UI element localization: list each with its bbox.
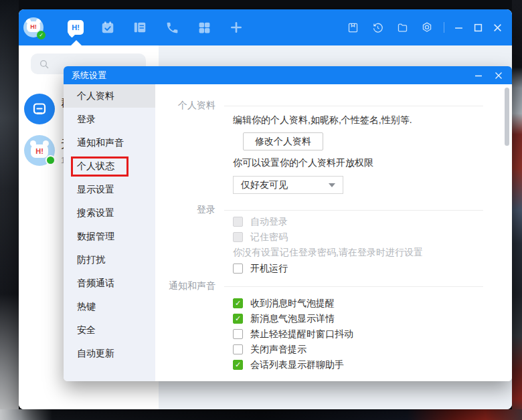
chevron-down-icon [329, 183, 335, 187]
desktop-background-left [0, 0, 19, 420]
message-icon [31, 101, 48, 117]
dialog-close-button[interactable] [493, 70, 504, 81]
desktop-background-bottom [0, 409, 522, 420]
settings-gear-icon[interactable] [419, 19, 435, 35]
checkbox-row[interactable]: 记住密码 [233, 231, 483, 243]
startup-checkbox: 开机运行 [233, 263, 483, 274]
login-note-text: 你没有设置记住登录密码,请在登录时进行设置 [233, 247, 483, 259]
checkbox-label: 收到消息时气泡提醒 [250, 298, 335, 310]
dialog-nav-item[interactable]: 安全 [64, 318, 155, 342]
dialog-nav-item-label: 自动更新 [77, 348, 114, 360]
checkbox-label: 自动登录 [250, 216, 288, 228]
main-titlebar: H! ✓ H! [19, 9, 512, 45]
checkbox-label: 记住密码 [250, 231, 288, 243]
dialog-nav-item[interactable]: 自动更新 [64, 342, 155, 365]
checkbox-row[interactable]: ✓会话列表显示群聊助手 [233, 359, 483, 371]
section-notifications-body: ✓收到消息时气泡提醒✓新消息气泡显示详情禁止轻轻提醒时窗口抖动关闭声音提示✓会话… [224, 286, 483, 375]
dialog-body: 个人资料登录通知和声音个人状态显示设置搜索设置数据管理防打扰音频通话热键安全自动… [64, 84, 512, 381]
minimize-button[interactable] [453, 22, 464, 33]
dialog-nav-item[interactable]: 搜索设置 [64, 201, 155, 225]
profile-desc-text: 编辑你的个人资料,如昵称,个性签名,性别等. [233, 114, 483, 126]
search-icon [39, 59, 50, 70]
dialog-nav: 个人资料登录通知和声音个人状态显示设置搜索设置数据管理防打扰音频通话热键安全自动… [64, 84, 155, 381]
phone-icon[interactable] [164, 19, 180, 35]
dialog-content: 个人资料 编辑你的个人资料,如昵称,个性签名,性别等. 修改个人资料 你可以设置… [155, 84, 512, 381]
dialog-nav-item-label: 热键 [77, 301, 96, 313]
bear-avatar-label: H! [31, 144, 48, 158]
active-tab-pointer [71, 40, 82, 45]
section-login: 登录 自动登录记住密码 你没有设置记住登录密码,请在登录时进行设置 开机运行 [155, 210, 512, 286]
checkbox-row[interactable]: 关闭声音提示 [233, 344, 483, 355]
dialog-nav-item-label: 音频通话 [77, 278, 114, 290]
dialog-nav-item-label: 搜索设置 [77, 207, 114, 219]
dialog-nav-item-label: 登录 [77, 114, 96, 126]
settings-dialog: 系统设置 个人资料登录通知和声音个人状态显示设置搜索设置数据管理防打扰音频通话热… [64, 66, 512, 381]
checkbox-checked[interactable]: ✓ [233, 360, 243, 370]
section-label: 登录 [155, 204, 224, 280]
dropdown-value: 仅好友可见 [241, 179, 288, 191]
dialog-nav-item[interactable]: 个人资料 [64, 84, 155, 108]
dialog-nav-item-label: 安全 [77, 324, 96, 336]
checkbox-row[interactable]: 禁止轻轻提醒时窗口抖动 [233, 328, 483, 340]
group-message-avatar [24, 94, 55, 124]
notification-checkboxes: ✓收到消息时气泡提醒✓新消息气泡显示详情禁止轻轻提醒时窗口抖动关闭声音提示✓会话… [233, 298, 483, 371]
dialog-nav-item[interactable]: 登录 [64, 108, 155, 131]
checkbox-unchecked [233, 217, 243, 227]
checkbox-label: 会话列表显示群聊助手 [250, 359, 344, 371]
dialog-nav-item-label: 通知和声音 [77, 137, 124, 149]
section-notifications: 通知和声音 ✓收到消息时气泡提醒✓新消息气泡显示详情禁止轻轻提醒时窗口抖动关闭声… [155, 286, 512, 375]
checkbox-label: 开机运行 [250, 263, 288, 275]
apps-grid-icon[interactable] [196, 19, 212, 35]
maximize-button[interactable] [472, 22, 483, 33]
online-dot [46, 155, 56, 165]
login-checkboxes: 自动登录记住密码 [233, 216, 483, 243]
permission-text: 你可以设置你的个人资料开放权限 [233, 157, 483, 169]
checkbox-row[interactable]: ✓收到消息时气泡提醒 [233, 298, 483, 309]
chat-tab-active[interactable]: H! [68, 19, 84, 35]
calendar-check-icon[interactable] [100, 19, 116, 35]
user-avatar[interactable]: H! ✓ [23, 17, 44, 37]
topbar-separator [444, 22, 444, 33]
checkbox-row[interactable]: 自动登录 [233, 216, 483, 227]
checkbox-unchecked [233, 232, 243, 242]
checkbox-unchecked[interactable] [233, 264, 243, 274]
checkbox-checked[interactable]: ✓ [233, 298, 243, 308]
dialog-nav-item[interactable]: 数据管理 [64, 225, 155, 248]
dialog-scrollbar[interactable] [505, 88, 509, 146]
dialog-nav-item[interactable]: 防打扰 [64, 248, 155, 272]
dialog-nav-item[interactable]: 音频通话 [64, 272, 155, 295]
folder-icon[interactable] [394, 19, 410, 35]
dialog-nav-item-label: 显示设置 [77, 184, 114, 196]
bear-mascot-avatar: H! [24, 135, 55, 166]
dialog-nav-item[interactable]: 热键 [64, 295, 155, 318]
checkbox-unchecked[interactable] [233, 329, 243, 339]
profile-visibility-dropdown[interactable]: 仅好友可见 [233, 176, 343, 194]
section-label: 个人资料 [155, 100, 224, 204]
dialog-nav-item[interactable]: 个人状态 [64, 154, 155, 178]
dialog-minimize-button[interactable] [473, 70, 484, 81]
chat-icon: H! [68, 20, 84, 35]
news-icon[interactable] [132, 19, 148, 35]
section-profile-body: 编辑你的个人资料,如昵称,个性签名,性别等. 修改个人资料 你可以设置你的个人资… [224, 106, 483, 210]
bookmark-icon[interactable] [345, 19, 361, 35]
edit-profile-button[interactable]: 修改个人资料 [243, 132, 323, 150]
history-icon[interactable] [369, 19, 385, 35]
dialog-nav-item[interactable]: 显示设置 [64, 178, 155, 201]
dialog-nav-item[interactable]: 通知和声音 [64, 131, 155, 154]
checkbox-checked[interactable]: ✓ [233, 314, 243, 324]
dialog-nav-item-label: 个人资料 [77, 90, 114, 102]
dialog-nav-item-label: 防打扰 [77, 254, 105, 266]
avatar-label: H! [27, 21, 40, 32]
checkbox-row[interactable]: 开机运行 [233, 263, 483, 274]
checkbox-unchecked[interactable] [233, 344, 243, 354]
checkbox-label: 关闭声音提示 [250, 344, 307, 356]
topbar-nav: H! [68, 19, 244, 35]
section-label: 通知和声音 [155, 280, 224, 369]
close-button[interactable] [492, 22, 503, 33]
plus-icon[interactable] [228, 19, 244, 35]
checkbox-label: 禁止轻轻提醒时窗口抖动 [250, 328, 353, 340]
checkbox-row[interactable]: ✓新消息气泡显示详情 [233, 313, 483, 324]
dialog-nav-item-label: 个人状态 [71, 156, 128, 177]
online-check-badge: ✓ [37, 31, 46, 39]
topbar-utilities [345, 9, 503, 45]
